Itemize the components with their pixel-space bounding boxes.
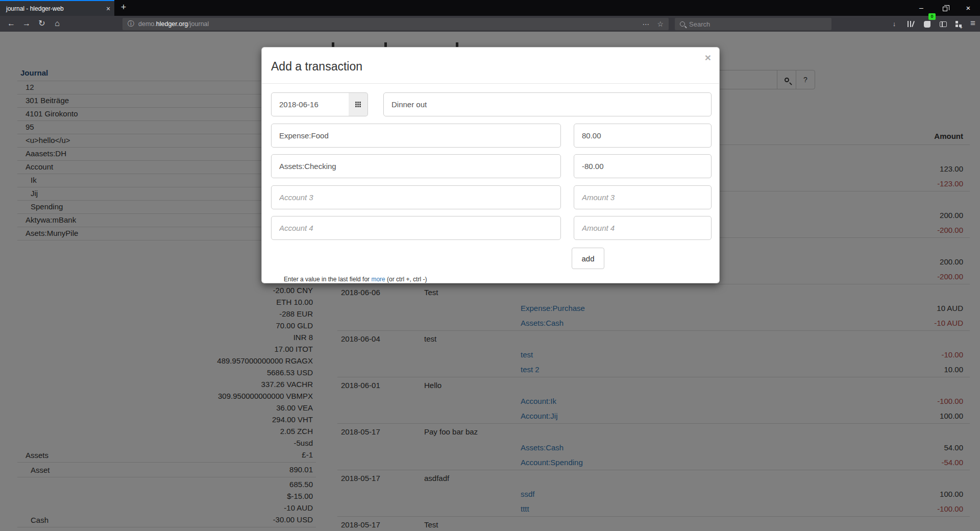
account-1-input[interactable] [271,124,561,148]
bookmark-star-icon[interactable]: ☆ [657,20,664,28]
search-icon [680,21,685,27]
addons-grid-button[interactable]: + [951,16,966,32]
reload-button[interactable]: ↻ [35,16,49,32]
date-picker-button[interactable] [349,92,368,116]
extension-badge: 0 [928,13,936,20]
tab-title: journal - hledger-web [0,5,102,12]
amount-3-input[interactable] [574,185,712,209]
account-2-input[interactable] [271,154,561,178]
download-icon: ↓ [893,16,896,32]
back-button[interactable]: ← [4,16,18,32]
amount-2-input[interactable] [574,154,712,178]
account-4-input[interactable] [271,216,561,240]
tab-bar: journal - hledger-web × + – × [0,0,980,16]
add-button[interactable]: add [572,248,604,269]
downloads-button[interactable]: ↓ [887,16,901,32]
new-tab-button[interactable]: + [116,0,131,16]
sidebar-icon [940,21,947,27]
search-placeholder: Search [689,20,710,28]
url-bar[interactable]: ⓘ demo.hledger.org/journal ⋯ ☆ [122,18,669,30]
add-transaction-modal: Add a transaction × add Enter a value in… [261,47,720,283]
navigation-toolbar: ← → ↻ ⌂ ⓘ demo.hledger.org/journal ⋯ ☆ S… [0,16,980,32]
restore-icon [943,7,947,11]
url-text: demo.hledger.org/journal [138,20,209,28]
amount-4-input[interactable] [574,216,712,240]
modal-close-button[interactable]: × [705,52,711,64]
browser-tab[interactable]: journal - hledger-web × [0,0,114,16]
modal-header: Add a transaction × [262,47,719,84]
home-button[interactable]: ⌂ [50,16,64,32]
more-link[interactable]: more [371,276,385,283]
description-input[interactable] [383,92,712,116]
modal-hint: Enter a value in the last field for more… [284,276,427,283]
forward-button[interactable]: → [19,16,34,32]
page-actions-icon[interactable]: ⋯ [642,20,650,28]
window-restore-button[interactable] [933,0,957,16]
account-3-input[interactable] [271,185,561,209]
menu-button[interactable]: ≡ [966,16,980,32]
calendar-grid-icon [355,102,361,107]
browser-search-field[interactable]: Search [675,18,831,30]
sidebar-toggle-button[interactable] [936,16,950,32]
modal-title: Add a transaction [271,60,362,74]
library-button[interactable] [903,16,918,32]
amount-1-input[interactable] [574,124,712,148]
extension-icon [924,21,930,28]
date-input[interactable] [271,92,349,116]
site-info-icon[interactable]: ⓘ [128,19,134,29]
grid-plus-icon: + [955,21,962,28]
window-close-button[interactable]: × [957,0,980,16]
tab-close-icon[interactable]: × [102,5,114,13]
